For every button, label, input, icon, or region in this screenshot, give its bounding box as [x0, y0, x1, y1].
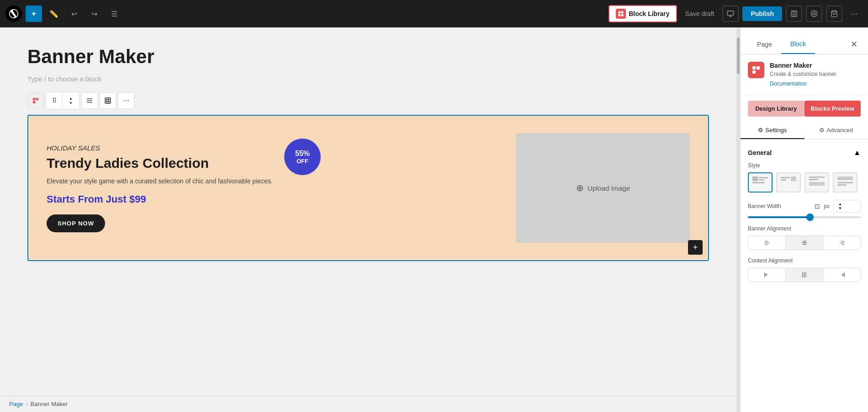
banner-alignment-row — [748, 235, 861, 250]
scroll-thumb[interactable] — [737, 37, 740, 74]
style-option-4[interactable] — [833, 172, 857, 193]
block-toolbar: ⠿ ▲ ▼ ⋯ — [27, 92, 709, 109]
svg-rect-4 — [728, 11, 734, 15]
svg-rect-0 — [619, 11, 621, 13]
general-section-body: Style — [741, 162, 868, 288]
cart-icon-button[interactable] — [826, 5, 842, 22]
block-library-label: Block Library — [629, 10, 669, 17]
block-info: Banner Maker Create & customize banner. … — [741, 54, 868, 95]
wp-logo[interactable] — [5, 5, 22, 22]
settings-icon-button[interactable] — [786, 5, 802, 22]
block-description: Create & customize banner. — [770, 71, 837, 77]
content-align-right[interactable] — [823, 268, 860, 282]
banner-description: Elevate your style game with a curated s… — [47, 177, 507, 186]
alignment-options — [748, 235, 861, 250]
content-align-left[interactable] — [748, 268, 786, 282]
width-down[interactable]: ▼ — [838, 206, 842, 210]
style-option-1[interactable] — [748, 172, 773, 193]
undo-button[interactable]: ↩ — [66, 5, 82, 22]
svg-rect-39 — [805, 272, 806, 278]
tab-block[interactable]: Block — [781, 35, 815, 54]
more-block-options[interactable]: ⋯ — [118, 92, 134, 109]
breadcrumb: Page › Banner Maker — [0, 396, 736, 412]
svg-rect-13 — [33, 101, 35, 103]
style-label: Style — [748, 162, 861, 169]
style-option-3[interactable] — [804, 172, 829, 193]
svg-point-8 — [811, 11, 817, 16]
breadcrumb-separator: › — [26, 401, 27, 407]
banner-alignment-label: Banner Alignment — [748, 225, 861, 232]
block-type-button[interactable] — [27, 92, 44, 109]
table-button[interactable] — [100, 92, 116, 109]
svg-rect-5 — [791, 11, 797, 16]
banner-width-row: Banner Width ⊡ px ▲ ▼ — [748, 200, 861, 213]
more-options-button[interactable]: ⋯ — [846, 5, 863, 22]
advanced-icon: ⚙ — [819, 127, 825, 134]
main-layout: Banner Maker Type / to choose a block ⠿ … — [0, 27, 868, 412]
preview-button[interactable] — [722, 5, 739, 22]
upload-icon: ⊕ — [576, 182, 584, 193]
block-drag-group: ⠿ ▲ ▼ — [46, 92, 79, 109]
topbar-right: Block Library Save draft Publish ⋯ — [609, 5, 863, 22]
sidebar-tabs: Page Block — [748, 35, 815, 54]
settings-tab-label: Settings — [765, 127, 787, 134]
style-option-2[interactable] — [776, 172, 801, 193]
align-left-button[interactable] — [748, 236, 786, 250]
redo-button[interactable]: ↪ — [86, 5, 102, 22]
shop-now-button[interactable]: SHOP NOW — [47, 214, 105, 232]
content-alignment-options — [748, 268, 861, 282]
tools-button[interactable]: ✏️ — [46, 5, 62, 22]
settings-icon: ⚙ — [758, 127, 763, 134]
block-library-icon — [616, 9, 626, 19]
banner-content: HOLIDAY SALES Trendy Ladies Collection E… — [47, 144, 507, 232]
svg-rect-12 — [36, 98, 38, 100]
svg-rect-11 — [33, 98, 35, 100]
banner-holiday-text: HOLIDAY SALES — [47, 144, 507, 152]
sidebar-close-button[interactable]: ✕ — [847, 37, 861, 51]
svg-rect-38 — [804, 272, 804, 278]
responsive-icon: ⊡ — [815, 203, 820, 210]
settings-tab[interactable]: ⚙ Settings — [741, 122, 804, 139]
width-up[interactable]: ▲ — [838, 202, 842, 206]
move-buttons[interactable]: ▲ ▼ — [63, 92, 79, 109]
banner-title: Trendy Ladies Collection — [47, 155, 507, 171]
block-library-button[interactable]: Block Library — [609, 5, 677, 22]
general-collapse-icon: ▲ — [853, 149, 861, 157]
align-right-button[interactable] — [823, 236, 860, 250]
page-title: Banner Maker — [27, 46, 709, 68]
design-library-button[interactable]: Design Library — [748, 101, 804, 117]
sidebar-header: Page Block ✕ — [741, 27, 868, 54]
tab-page[interactable]: Page — [748, 35, 781, 54]
svg-rect-17 — [105, 98, 111, 103]
block-placeholder: Type / to choose a block — [27, 75, 709, 83]
publish-button[interactable]: Publish — [742, 6, 782, 21]
scrollbar[interactable] — [736, 27, 740, 412]
block-info-icon — [748, 62, 764, 78]
svg-rect-2 — [619, 14, 621, 16]
banner-width-input[interactable]: ▲ ▼ — [833, 200, 861, 213]
sidebar: Page Block ✕ Banner Maker Create & custo… — [740, 27, 868, 412]
block-name: Banner Maker — [770, 62, 837, 69]
svg-rect-1 — [621, 11, 624, 13]
settings-tabs: ⚙ Settings ⚙ Advanced — [741, 122, 868, 139]
banner-width-slider[interactable] — [748, 216, 861, 218]
general-section-header[interactable]: General ▲ — [741, 143, 868, 162]
drag-handle[interactable]: ⠿ — [46, 92, 63, 109]
save-draft-button[interactable]: Save draft — [681, 7, 719, 20]
blocks-preview-button[interactable]: Blocks Preview — [804, 101, 861, 117]
align-button[interactable] — [81, 92, 98, 109]
svg-rect-23 — [757, 66, 760, 70]
plugins-icon-button[interactable] — [806, 5, 822, 22]
add-inner-block-button[interactable]: + — [688, 240, 703, 255]
add-block-button[interactable]: + — [26, 5, 42, 22]
list-view-button[interactable]: ☰ — [106, 5, 122, 22]
editor-area: Banner Maker Type / to choose a block ⠿ … — [0, 27, 736, 412]
sidebar-body: Banner Maker Create & customize banner. … — [741, 54, 868, 412]
banner-image-upload[interactable]: ⊕ Upload Image — [516, 133, 690, 243]
block-doc-link[interactable]: Documentation — [770, 80, 807, 87]
align-center-button[interactable] — [786, 236, 823, 250]
advanced-tab[interactable]: ⚙ Advanced — [804, 122, 868, 139]
svg-rect-24 — [752, 70, 756, 74]
breadcrumb-page-link[interactable]: Page — [9, 401, 23, 407]
content-align-center[interactable] — [786, 268, 823, 282]
